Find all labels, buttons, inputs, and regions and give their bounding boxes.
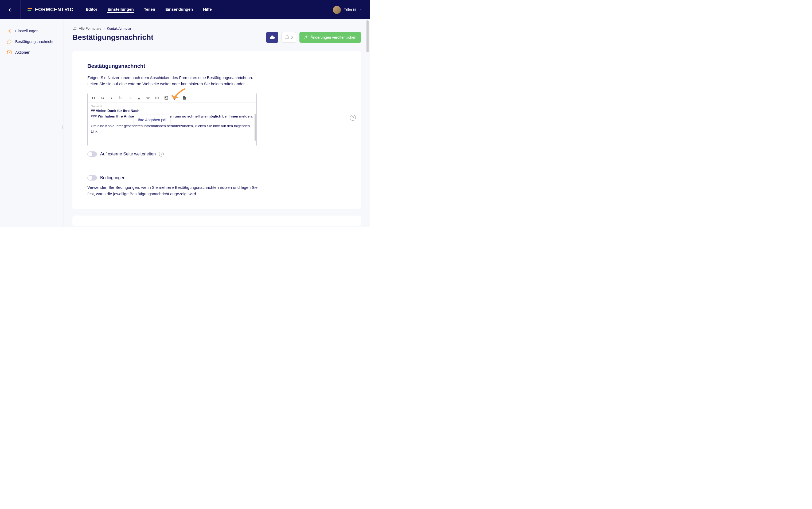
gear-icon xyxy=(7,28,12,34)
breadcrumb-root[interactable]: Alle Formulare xyxy=(79,27,102,30)
notifications-button[interactable]: 0 xyxy=(281,32,296,43)
text-size-tool[interactable]: тT xyxy=(91,96,96,100)
sidebar: Einstellungen Bestätigungsnachricht Akti… xyxy=(0,19,64,227)
svg-point-0 xyxy=(9,30,10,32)
bullet-list-tool[interactable] xyxy=(119,96,123,100)
nav-teilen[interactable]: Teilen xyxy=(144,7,155,13)
nav-editor[interactable]: Editor xyxy=(86,7,97,13)
pdf-tool[interactable]: PDF xyxy=(182,96,187,100)
quote-tool[interactable]: „ xyxy=(137,96,141,100)
editor-line-3: Um eine Kopie Ihrer gesendeten Informati… xyxy=(91,123,253,135)
main-nav: Editor Einstellungen Teilen Einsendungen… xyxy=(86,7,212,13)
nav-einsendungen[interactable]: Einsendungen xyxy=(165,7,193,13)
sidebar-item-label: Einstellungen xyxy=(15,29,38,33)
svg-point-7 xyxy=(119,99,120,99)
editor-line-2: ### Wir haben Ihre Anfrage erhalten und … xyxy=(91,113,253,120)
link-tool[interactable] xyxy=(173,96,177,100)
pdf-tooltip: Ihre Angaben.pdf xyxy=(134,115,170,125)
editor-scrollbar[interactable] xyxy=(255,114,256,141)
italic-tool[interactable]: I xyxy=(109,96,114,100)
editor-line-1: ## Vielen Dank für Ihre Nach xyxy=(91,108,253,114)
logo: FORMCENTRIC xyxy=(21,7,80,12)
svg-text:PDF: PDF xyxy=(183,99,185,100)
redirect-toggle[interactable] xyxy=(87,151,97,157)
publish-label: Änderungen veröffentlichen xyxy=(311,35,356,39)
message-icon xyxy=(7,39,12,44)
numbered-list-tool[interactable] xyxy=(128,96,132,100)
mail-icon xyxy=(7,50,12,55)
code-tool[interactable]: <> xyxy=(146,96,150,100)
text-cursor xyxy=(91,135,91,139)
editor-toolbar: тT B I „ <> </> PDF xyxy=(88,93,257,103)
sidebar-item-aktionen[interactable]: Aktionen xyxy=(4,47,59,58)
codeblock-tool[interactable]: </> xyxy=(155,96,159,100)
folder-icon xyxy=(72,26,77,30)
bell-icon xyxy=(285,35,289,39)
sidebar-item-einstellungen[interactable]: Einstellungen xyxy=(4,26,59,36)
nav-hilfe[interactable]: Hilfe xyxy=(203,7,212,13)
publish-button[interactable]: Änderungen veröffentlichen xyxy=(299,32,361,43)
main-content: Alle Formulare › Kontaktformular Bestäti… xyxy=(64,19,370,227)
editor-field-label: Nachricht xyxy=(91,105,253,108)
rich-text-editor: тT B I „ <> </> PDF Nachricht xyxy=(87,93,257,146)
image-tool[interactable] xyxy=(164,96,168,100)
conditions-description: Verwenden Sie Bedingungen, wenn Sie mehr… xyxy=(87,184,258,197)
help-icon[interactable]: ? xyxy=(350,115,356,121)
breadcrumb: Alle Formulare › Kontaktformular xyxy=(72,26,361,30)
help-icon[interactable]: ? xyxy=(159,152,164,157)
scrollbar[interactable] xyxy=(367,20,369,52)
logo-text: FORMCENTRIC xyxy=(35,7,73,12)
page-title: Bestätigungsnachricht xyxy=(72,33,153,42)
avatar xyxy=(333,6,341,14)
sidebar-item-label: Aktionen xyxy=(15,50,30,55)
sidebar-item-bestaetigungsnachricht[interactable]: Bestätigungsnachricht xyxy=(4,36,59,47)
redirect-toggle-label: Auf externe Seite weiterleiten xyxy=(100,152,156,157)
notifications-count: 0 xyxy=(291,35,293,39)
conditions-toggle-label: Bedingungen xyxy=(100,175,125,180)
editor-textarea[interactable]: Nachricht ## Vielen Dank für Ihre Nach #… xyxy=(88,103,257,146)
breadcrumb-separator: › xyxy=(104,27,105,30)
section-description: Zeigen Sie Nutzer:innen nach dem Abschic… xyxy=(87,74,258,87)
cloud-save-button[interactable] xyxy=(266,32,278,43)
logo-icon xyxy=(28,8,32,11)
cloud-icon xyxy=(269,34,275,40)
user-name: Erika N. xyxy=(343,8,357,12)
user-menu[interactable]: Erika N. xyxy=(333,6,363,14)
nav-einstellungen[interactable]: Einstellungen xyxy=(107,7,134,13)
bold-tool[interactable]: B xyxy=(100,96,105,100)
back-button[interactable] xyxy=(0,0,21,19)
breadcrumb-current: Kontaktformular xyxy=(107,27,131,30)
divider xyxy=(87,167,346,167)
confirmation-card: Bestätigungsnachricht Zeigen Sie Nutzer:… xyxy=(72,51,361,209)
conditions-toggle[interactable] xyxy=(87,175,97,180)
app-header: FORMCENTRIC Editor Einstellungen Teilen … xyxy=(0,0,370,19)
section-title: Bestätigungsnachricht xyxy=(87,63,346,69)
chevron-down-icon xyxy=(360,8,363,11)
sidebar-item-label: Bestätigungsnachricht xyxy=(15,39,54,44)
next-card xyxy=(72,215,361,226)
svg-point-5 xyxy=(119,97,120,97)
upload-icon xyxy=(304,35,308,39)
svg-point-12 xyxy=(165,97,166,98)
